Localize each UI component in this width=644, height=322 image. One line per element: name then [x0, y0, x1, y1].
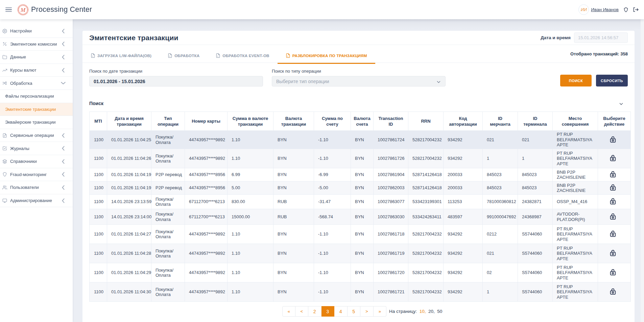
svg-text:M: M	[20, 7, 26, 13]
